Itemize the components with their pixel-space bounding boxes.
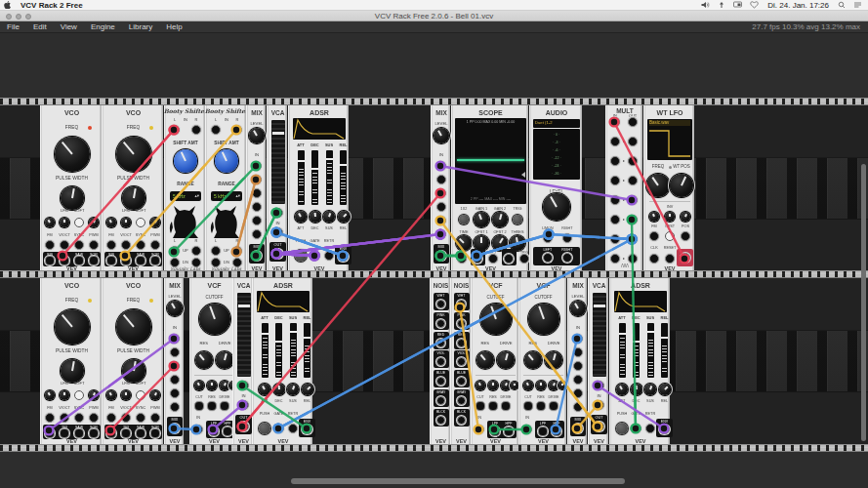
extra-knob[interactable] <box>558 382 566 389</box>
lfo-output-port[interactable] <box>681 253 690 263</box>
sus-knob[interactable] <box>323 211 335 223</box>
vca-output-port[interactable] <box>238 422 248 431</box>
left-output-port[interactable] <box>543 253 553 263</box>
fm-input-port[interactable] <box>45 240 55 250</box>
mult-output-port-1[interactable] <box>628 117 638 127</box>
res-cv-port[interactable] <box>536 401 545 410</box>
gate-input-port[interactable] <box>310 251 319 261</box>
dec-knob[interactable] <box>310 211 321 223</box>
rel-knob[interactable] <box>659 384 671 395</box>
sus-slider[interactable] <box>290 323 297 378</box>
dec-knob[interactable] <box>631 384 642 395</box>
horizontal-scrollbar[interactable] <box>291 478 625 484</box>
mult-input-port-1[interactable] <box>610 117 620 127</box>
volume-icon[interactable] <box>701 1 710 9</box>
level-knob[interactable] <box>434 128 449 143</box>
env-output-port[interactable] <box>302 425 311 434</box>
shift-amt-knob[interactable] <box>174 149 197 173</box>
slider-handle[interactable] <box>619 333 626 335</box>
scope-port-trig[interactable] <box>519 254 529 264</box>
slider-handle[interactable] <box>298 160 305 162</box>
drive-cv-port[interactable] <box>501 401 510 410</box>
gate-input-port[interactable] <box>631 424 641 433</box>
pulse-width-knob[interactable] <box>61 186 84 210</box>
freq-knob[interactable] <box>55 137 90 172</box>
mix-input-port-3[interactable] <box>573 361 583 371</box>
cutoff-knob[interactable] <box>480 304 512 335</box>
cutoff-knob[interactable] <box>199 304 230 335</box>
lpf-output-port[interactable] <box>490 427 499 435</box>
scope-port-out2[interactable] <box>504 254 514 264</box>
sus-knob[interactable] <box>287 384 299 395</box>
tri-output-port[interactable] <box>121 256 130 264</box>
scope-port-in1[interactable] <box>457 254 467 264</box>
retrigger-input-port[interactable] <box>288 424 298 433</box>
lfm-knob[interactable] <box>121 390 131 400</box>
vca-level-slider[interactable] <box>237 293 251 377</box>
offset-button[interactable] <box>665 231 675 241</box>
slider-handle[interactable] <box>633 341 640 343</box>
drive-knob[interactable] <box>545 351 562 369</box>
lfm-knob[interactable] <box>121 218 131 227</box>
mix-input-port-5[interactable] <box>436 216 446 225</box>
soft-sync-button[interactable] <box>74 218 84 227</box>
dec-slider[interactable] <box>275 323 282 378</box>
sin-output-port[interactable] <box>45 428 54 437</box>
fm-input-port[interactable] <box>45 413 55 423</box>
clock-input-port[interactable] <box>649 254 659 264</box>
pwm-input-port[interactable] <box>89 413 99 423</box>
v/oct-input-port[interactable] <box>121 240 131 250</box>
sus-slider[interactable] <box>326 150 333 205</box>
cut-cv-port[interactable] <box>523 401 532 410</box>
search-icon[interactable] <box>838 1 846 9</box>
gate-input-port[interactable] <box>273 424 283 433</box>
slider-handle[interactable] <box>311 168 318 170</box>
fm-input-port[interactable] <box>106 413 116 423</box>
right-output-port[interactable] <box>562 253 572 263</box>
lpf-output-port[interactable] <box>538 427 547 435</box>
res-cv-port[interactable] <box>488 401 497 410</box>
saw-output-port[interactable] <box>74 428 83 437</box>
fm-atten-knob[interactable] <box>106 390 116 400</box>
pwm-atten-knob[interactable] <box>89 218 99 227</box>
v/oct-input-port[interactable] <box>121 413 131 423</box>
mix-input-port-4[interactable] <box>170 375 180 385</box>
saw-output-port[interactable] <box>74 256 83 264</box>
mix-input-port-1[interactable] <box>252 161 262 171</box>
control-center-icon[interactable] <box>853 1 862 9</box>
mult-output-port-6[interactable] <box>628 215 638 224</box>
mix-input-port-3[interactable] <box>170 361 180 371</box>
mix-input-port-2[interactable] <box>252 175 262 184</box>
mix-input-port-1[interactable] <box>573 334 583 344</box>
freq-knob[interactable] <box>55 309 90 345</box>
retrigger-input-port[interactable] <box>645 424 655 433</box>
pulse-width-knob[interactable] <box>122 359 145 383</box>
apple-logo-icon[interactable] <box>4 1 11 9</box>
menu-file[interactable]: File <box>7 22 20 31</box>
left-input-port[interactable] <box>211 125 221 135</box>
reset-input-port[interactable] <box>665 254 675 264</box>
red-output-port[interactable] <box>436 339 445 347</box>
drive-cv-port[interactable] <box>220 401 228 410</box>
dec-slider[interactable] <box>311 150 318 205</box>
lfm-knob[interactable] <box>60 390 69 400</box>
pink-output-port[interactable] <box>436 319 445 328</box>
att-slider[interactable] <box>298 150 305 205</box>
retrigger-input-port[interactable] <box>324 251 334 261</box>
menu-help[interactable]: Help <box>166 22 182 31</box>
tri-output-port[interactable] <box>121 428 130 437</box>
range-select[interactable]: 5 kHz▴▾ <box>170 191 201 201</box>
slider-handle[interactable] <box>275 341 282 343</box>
blck-output-port[interactable] <box>436 416 445 425</box>
time-knob[interactable] <box>456 235 472 251</box>
hpf-output-port[interactable] <box>552 427 560 435</box>
att-slider[interactable] <box>262 323 269 378</box>
drive-knob[interactable] <box>216 351 233 369</box>
rel-slider[interactable] <box>661 323 668 378</box>
mix-input-port-6[interactable] <box>252 229 262 239</box>
gain2-knob[interactable] <box>492 212 508 227</box>
soft-sync-button[interactable] <box>74 390 84 400</box>
mix-input-port-3[interactable] <box>252 188 262 198</box>
att-knob[interactable] <box>259 384 270 395</box>
att-knob[interactable] <box>616 384 628 395</box>
